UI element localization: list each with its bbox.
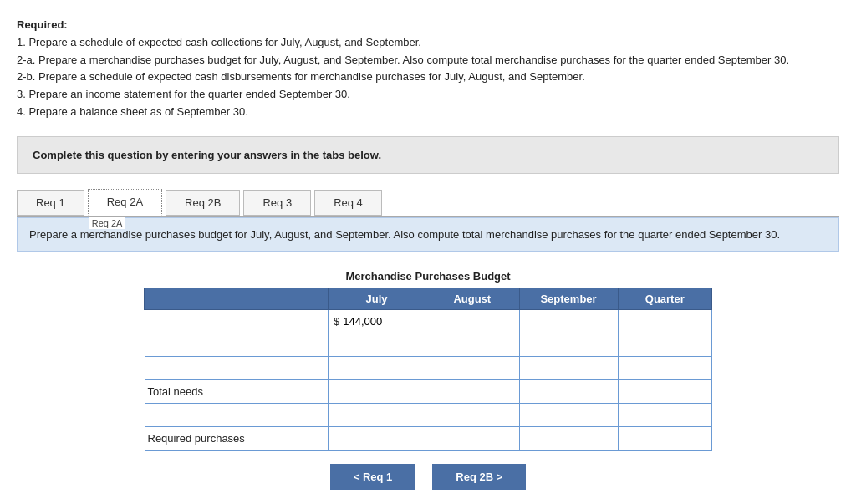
cell-total-quarter[interactable] xyxy=(618,380,711,404)
row-label-4 xyxy=(145,404,329,427)
input-req-september[interactable] xyxy=(525,432,613,445)
input-row2-july[interactable] xyxy=(334,362,420,374)
tab-req4[interactable]: Req 4 xyxy=(314,190,382,216)
table-row xyxy=(145,357,712,380)
row-label-required-purchases: Required purchases xyxy=(145,427,329,451)
cell-total-september[interactable] xyxy=(519,380,618,404)
required-section: Required: 1. Prepare a schedule of expec… xyxy=(17,17,839,121)
cell-row0-august[interactable] xyxy=(425,310,519,333)
table-row: $ xyxy=(145,310,712,333)
dollar-sign: $ xyxy=(334,315,339,328)
input-row4-august[interactable] xyxy=(431,409,513,421)
next-button[interactable]: Req 2B > xyxy=(432,464,526,490)
input-row2-august[interactable] xyxy=(431,362,513,374)
instruction-box: Complete this question by entering your … xyxy=(17,136,839,174)
row-label-0 xyxy=(145,310,329,333)
input-total-quarter[interactable] xyxy=(624,385,706,398)
input-total-september[interactable] xyxy=(525,385,613,398)
input-row1-quarter[interactable] xyxy=(624,339,706,351)
input-req-august[interactable] xyxy=(431,432,513,445)
cell-row2-september[interactable] xyxy=(519,357,618,380)
cell-row2-august[interactable] xyxy=(425,357,519,380)
cell-row1-july[interactable] xyxy=(329,333,425,357)
cell-req-july[interactable] xyxy=(329,427,425,451)
row-label-2 xyxy=(145,357,329,380)
input-row0-july[interactable] xyxy=(343,315,420,328)
input-row2-september[interactable] xyxy=(525,362,613,374)
req-item-2b: 2-b. Prepare a schedule of expected cash… xyxy=(17,70,585,83)
cell-row1-august[interactable] xyxy=(425,333,519,357)
tab-description-text: Prepare a merchandise purchases budget f… xyxy=(29,228,780,241)
tab-req2a[interactable]: Req 2A Req 2A xyxy=(88,189,162,216)
instruction-text: Complete this question by entering your … xyxy=(33,149,381,161)
tab-req3[interactable]: Req 3 xyxy=(243,190,311,216)
table-row-total-needs: Total needs xyxy=(145,380,712,404)
req-item-3: 3. Prepare an income statement for the q… xyxy=(17,88,350,100)
cell-total-august[interactable] xyxy=(425,380,519,404)
input-total-august[interactable] xyxy=(431,385,513,398)
col-header-july: July xyxy=(329,288,425,310)
col-header-august: August xyxy=(425,288,519,310)
table-row xyxy=(145,404,712,427)
cell-row1-quarter[interactable] xyxy=(618,333,711,357)
cell-row2-july[interactable] xyxy=(329,357,425,380)
row-label-1 xyxy=(145,333,329,357)
tabs-area: Req 1 Req 2A Req 2A Req 2B Req 3 Req 4 P… xyxy=(17,189,839,252)
table-title: Merchandise Purchases Budget xyxy=(345,270,510,283)
cell-row0-july[interactable]: $ xyxy=(329,310,425,333)
tab-req1[interactable]: Req 1 xyxy=(17,190,84,216)
input-row4-july[interactable] xyxy=(334,409,420,421)
nav-buttons: < Req 1 Req 2B > xyxy=(17,464,839,490)
prev-button[interactable]: < Req 1 xyxy=(330,464,416,490)
input-row0-september[interactable] xyxy=(525,315,613,328)
input-row4-quarter[interactable] xyxy=(624,409,706,421)
req-item-1: 1. Prepare a schedule of expected cash c… xyxy=(17,36,421,48)
cell-row1-september[interactable] xyxy=(519,333,618,357)
input-req-quarter[interactable] xyxy=(624,432,706,445)
input-row1-september[interactable] xyxy=(525,339,613,351)
col-header-september: September xyxy=(519,288,618,310)
table-row-required-purchases: Required purchases xyxy=(145,427,712,451)
cell-total-july[interactable] xyxy=(329,380,425,404)
cell-row4-august[interactable] xyxy=(425,404,519,427)
cell-req-september[interactable] xyxy=(519,427,618,451)
input-row0-quarter[interactable] xyxy=(624,315,706,328)
input-req-july[interactable] xyxy=(334,432,420,445)
input-total-july[interactable] xyxy=(334,385,420,398)
cell-row4-quarter[interactable] xyxy=(618,404,711,427)
table-row xyxy=(145,333,712,357)
tab-tooltip: Req 2A xyxy=(89,217,126,229)
cell-row4-september[interactable] xyxy=(519,404,618,427)
table-container: Merchandise Purchases Budget July August… xyxy=(144,265,712,451)
row-label-total-needs: Total needs xyxy=(145,380,329,404)
cell-row4-july[interactable] xyxy=(329,404,425,427)
tab-description: Prepare a merchandise purchases budget f… xyxy=(17,217,839,252)
req-item-4: 4. Prepare a balance sheet as of Septemb… xyxy=(17,105,248,118)
col-header-label xyxy=(145,288,329,310)
input-row0-august[interactable] xyxy=(431,315,513,328)
tabs-row: Req 1 Req 2A Req 2A Req 2B Req 3 Req 4 xyxy=(17,189,839,217)
input-row1-august[interactable] xyxy=(431,339,513,351)
input-row2-quarter[interactable] xyxy=(624,362,706,374)
cell-req-august[interactable] xyxy=(425,427,519,451)
required-heading: Required: xyxy=(17,18,68,31)
budget-table: Merchandise Purchases Budget July August… xyxy=(144,265,712,451)
cell-row2-quarter[interactable] xyxy=(618,357,711,380)
req-item-2a: 2-a. Prepare a merchandise purchases bud… xyxy=(17,53,789,66)
cell-req-quarter[interactable] xyxy=(618,427,711,451)
tab-req2b[interactable]: Req 2B xyxy=(166,190,240,216)
input-row4-september[interactable] xyxy=(525,409,613,421)
cell-row0-september[interactable] xyxy=(519,310,618,333)
input-row1-july[interactable] xyxy=(334,339,420,351)
col-header-quarter: Quarter xyxy=(618,288,711,310)
cell-row0-quarter[interactable] xyxy=(618,310,711,333)
